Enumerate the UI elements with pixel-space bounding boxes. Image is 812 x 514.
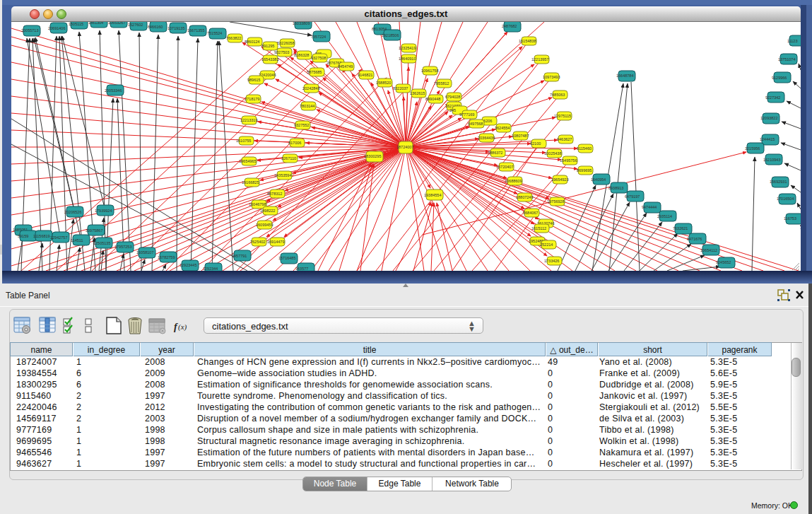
svg-text:9777169: 9777169 — [459, 112, 474, 117]
svg-text:16782759: 16782759 — [158, 255, 175, 259]
svg-text:1615112: 1615112 — [531, 226, 546, 230]
svg-text:20053346: 20053346 — [105, 88, 122, 93]
svg-text:62100: 62100 — [530, 141, 541, 146]
svg-text:14353594: 14353594 — [274, 173, 291, 177]
svg-text:20364436: 20364436 — [478, 136, 495, 140]
svg-text:8990448: 8990448 — [425, 97, 440, 101]
svg-text:6497568: 6497568 — [468, 122, 483, 126]
svg-text:1861304: 1861304 — [88, 22, 103, 25]
svg-text:19654965: 19654965 — [239, 159, 256, 163]
svg-text:10025438: 10025438 — [544, 151, 561, 156]
svg-text:9463627: 9463627 — [557, 137, 572, 141]
svg-text:1505115: 1505115 — [69, 22, 83, 26]
svg-text:1640954: 1640954 — [591, 177, 606, 182]
svg-text:9146821: 9146821 — [358, 73, 372, 77]
svg-text:17939924: 17939924 — [95, 209, 112, 213]
svg-text:16033809: 16033809 — [293, 22, 310, 25]
svg-text:7886372: 7886372 — [488, 151, 502, 155]
svg-text:943577: 943577 — [295, 267, 308, 271]
svg-text:11123: 11123 — [787, 39, 797, 43]
svg-text:3624554: 3624554 — [495, 126, 510, 130]
svg-text:18300295: 18300295 — [364, 154, 381, 158]
svg-text:2935114: 2935114 — [657, 214, 672, 218]
svg-text:252214: 252214 — [540, 243, 553, 247]
svg-text:7625402: 7625402 — [250, 240, 265, 244]
svg-text:30975867: 30975867 — [86, 228, 102, 233]
svg-text:6794028: 6794028 — [445, 95, 460, 99]
svg-text:1733426: 1733426 — [544, 259, 559, 263]
svg-text:(x): (x) — [178, 322, 187, 332]
svg-text:20206526: 20206526 — [64, 210, 81, 214]
svg-text:18807249: 18807249 — [516, 195, 533, 199]
svg-text:12213319: 12213319 — [240, 118, 257, 122]
svg-text:891295: 891295 — [261, 44, 274, 48]
svg-text:11156819: 11156819 — [33, 234, 50, 238]
svg-text:7632621: 7632621 — [673, 226, 688, 230]
svg-text:8466160: 8466160 — [148, 25, 163, 29]
svg-text:8471676: 8471676 — [687, 237, 702, 241]
svg-text:10973493: 10973493 — [543, 75, 560, 79]
svg-text:16099459: 16099459 — [256, 223, 273, 227]
svg-text:8578312: 8578312 — [267, 192, 282, 196]
svg-text:7803144: 7803144 — [300, 104, 314, 108]
svg-text:19384554: 19384554 — [424, 193, 441, 197]
svg-text:12975115: 12975115 — [554, 114, 571, 118]
svg-text:3267110: 3267110 — [281, 156, 296, 160]
svg-text:9227342: 9227342 — [765, 95, 780, 100]
svg-text:39159: 39159 — [18, 234, 28, 238]
svg-text:16648784: 16648784 — [616, 74, 633, 78]
svg-text:7663822: 7663822 — [226, 36, 241, 40]
svg-text:18640910: 18640910 — [399, 57, 416, 61]
svg-text:989615: 989615 — [247, 78, 260, 82]
svg-text:8322037: 8322037 — [393, 86, 408, 90]
svg-text:19756928: 19756928 — [547, 199, 564, 204]
svg-text:20055713: 20055713 — [21, 28, 38, 33]
svg-text:12093822: 12093822 — [760, 116, 777, 120]
svg-text:10807487: 10807487 — [512, 134, 529, 138]
svg-text:15495756: 15495756 — [560, 158, 577, 163]
svg-text:10719135: 10719135 — [167, 26, 184, 30]
svg-text:17957253: 17957253 — [114, 245, 131, 249]
svg-text:9457791: 9457791 — [232, 254, 247, 258]
svg-text:1292344: 1292344 — [203, 267, 218, 271]
svg-text:12923445: 12923445 — [180, 263, 196, 267]
svg-text:7955812: 7955812 — [434, 81, 449, 86]
svg-text:12505135: 12505135 — [93, 241, 110, 245]
svg-text:10654112: 10654112 — [700, 248, 717, 252]
svg-text:8860124: 8860124 — [245, 40, 259, 44]
svg-text:8186328: 8186328 — [294, 53, 309, 57]
svg-text:16210943: 16210943 — [763, 158, 780, 162]
svg-text:7515524: 7515524 — [207, 31, 222, 35]
svg-text:7357224: 7357224 — [311, 35, 326, 39]
svg-text:3215956: 3215956 — [745, 146, 760, 151]
svg-text:15716485: 15716485 — [278, 256, 295, 260]
svg-text:5684067: 5684067 — [523, 211, 538, 215]
svg-text:5875685: 5875685 — [307, 70, 322, 74]
svg-text:2718179: 2718179 — [245, 97, 259, 101]
svg-text:10653267: 10653267 — [108, 22, 125, 25]
svg-text:7485063: 7485063 — [550, 93, 565, 97]
svg-text:19654923: 19654923 — [551, 177, 568, 182]
svg-text:9115460: 9115460 — [577, 146, 592, 151]
svg-text:16671355: 16671355 — [187, 28, 204, 33]
svg-text:20242848: 20242848 — [302, 86, 319, 90]
svg-text:16046798: 16046798 — [249, 202, 266, 206]
svg-text:19218506: 19218506 — [382, 33, 399, 37]
svg-text:16914479: 16914479 — [267, 240, 284, 244]
svg-text:16543382: 16543382 — [261, 57, 278, 62]
svg-text:1610755: 1610755 — [236, 139, 251, 143]
svg-text:18724007: 18724007 — [396, 145, 413, 149]
svg-text:1362615: 1362615 — [410, 91, 425, 95]
svg-text:8454749: 8454749 — [338, 64, 353, 69]
svg-text:9129966: 9129966 — [772, 76, 787, 80]
svg-text:8938913: 8938913 — [608, 186, 623, 190]
svg-text:8699695: 8699695 — [577, 168, 592, 173]
svg-text:12942757: 12942757 — [50, 235, 67, 240]
svg-text:9474444: 9474444 — [642, 205, 657, 209]
svg-text:245: 245 — [449, 108, 456, 112]
svg-text:10961758: 10961758 — [421, 69, 438, 73]
svg-text:9327503: 9327503 — [274, 50, 289, 54]
svg-text:17016504: 17016504 — [777, 197, 794, 201]
svg-text:1588520: 1588520 — [376, 81, 391, 85]
svg-text:53226058: 53226058 — [277, 41, 294, 45]
